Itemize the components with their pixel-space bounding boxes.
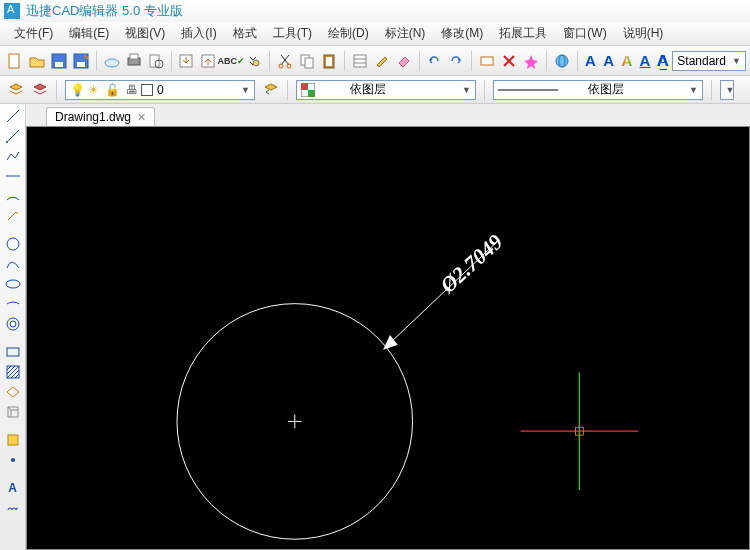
purge-button[interactable] bbox=[500, 51, 518, 71]
workspace: A Drawing1.dwg ✕ bbox=[0, 104, 750, 550]
svg-rect-27 bbox=[308, 90, 315, 97]
textstyle-a2-button[interactable]: A bbox=[602, 51, 616, 71]
arc-tool[interactable] bbox=[4, 187, 22, 205]
polyline-tool[interactable] bbox=[4, 147, 22, 165]
print-button[interactable] bbox=[125, 51, 143, 71]
menu-tools[interactable]: 工具(T) bbox=[265, 23, 320, 44]
drawing-canvas[interactable]: Ø2.7049 bbox=[26, 126, 750, 550]
cloud-button[interactable] bbox=[103, 51, 121, 71]
save-button[interactable] bbox=[50, 51, 68, 71]
separator bbox=[484, 80, 485, 100]
text-style-combo[interactable]: Standard ▼ bbox=[672, 51, 746, 71]
menu-file[interactable]: 文件(F) bbox=[6, 23, 61, 44]
chevron-down-icon: ▼ bbox=[726, 56, 741, 66]
redo-button[interactable] bbox=[447, 51, 465, 71]
block-tool[interactable] bbox=[4, 431, 22, 449]
hatch-tool[interactable] bbox=[4, 363, 22, 381]
text-style-value: Standard bbox=[677, 54, 726, 68]
svg-rect-19 bbox=[354, 55, 366, 67]
svg-rect-18 bbox=[326, 57, 332, 66]
svg-point-23 bbox=[556, 55, 568, 67]
separator bbox=[471, 51, 472, 71]
menu-expand[interactable]: 拓展工具 bbox=[491, 23, 555, 44]
donut-tool[interactable] bbox=[4, 315, 22, 333]
svg-point-12 bbox=[253, 60, 259, 66]
freehand-tool[interactable] bbox=[4, 207, 22, 225]
menu-window[interactable]: 窗口(W) bbox=[555, 23, 614, 44]
menu-help[interactable]: 说明(H) bbox=[615, 23, 672, 44]
menu-draw[interactable]: 绘制(D) bbox=[320, 23, 377, 44]
erase-button[interactable] bbox=[395, 51, 413, 71]
close-icon[interactable]: ✕ bbox=[137, 111, 146, 124]
export-button[interactable] bbox=[177, 51, 195, 71]
ray-tool[interactable] bbox=[4, 127, 22, 145]
menu-edit[interactable]: 编辑(E) bbox=[61, 23, 117, 44]
point-tool[interactable] bbox=[4, 451, 22, 469]
linetype-bylayer-combo[interactable]: 依图层 ▼ bbox=[493, 80, 703, 100]
layer-color-swatch bbox=[141, 84, 153, 96]
brush-button[interactable] bbox=[373, 51, 391, 71]
saveas-button[interactable] bbox=[72, 51, 90, 71]
layer-prev-button[interactable] bbox=[261, 80, 281, 100]
svg-rect-7 bbox=[130, 54, 138, 59]
globe-button[interactable] bbox=[553, 51, 571, 71]
lineweight-combo[interactable]: ▼ bbox=[720, 80, 734, 100]
undo-button[interactable] bbox=[425, 51, 443, 71]
rectangle-tool[interactable] bbox=[4, 343, 22, 361]
svg-rect-37 bbox=[7, 348, 19, 356]
cut-button[interactable] bbox=[276, 51, 294, 71]
textstyle-a5-button[interactable]: A̲ bbox=[656, 51, 670, 71]
chevron-down-icon: ▼ bbox=[235, 85, 250, 95]
line-tool[interactable] bbox=[4, 107, 22, 125]
ellipse-arc-tool[interactable] bbox=[4, 295, 22, 313]
region-tool[interactable] bbox=[4, 383, 22, 401]
print-icon: 🖶 bbox=[126, 83, 138, 97]
menu-format[interactable]: 格式 bbox=[225, 23, 265, 44]
separator bbox=[4, 335, 22, 341]
svg-point-36 bbox=[10, 321, 16, 327]
chevron-down-icon: ▼ bbox=[456, 85, 471, 95]
circle-tool[interactable] bbox=[4, 235, 22, 253]
line-sample-icon bbox=[498, 87, 558, 93]
menu-modify[interactable]: 修改(M) bbox=[433, 23, 491, 44]
highlight-button[interactable] bbox=[522, 51, 540, 71]
svg-point-33 bbox=[7, 238, 19, 250]
xline-tool[interactable] bbox=[4, 167, 22, 185]
menu-view[interactable]: 视图(V) bbox=[117, 23, 173, 44]
preview-button[interactable] bbox=[147, 51, 165, 71]
textstyle-a4-button[interactable]: A bbox=[638, 51, 652, 71]
textstyle-a3-button[interactable]: A bbox=[620, 51, 634, 71]
textstyle-a1-button[interactable]: A bbox=[583, 51, 597, 71]
menu-insert[interactable]: 插入(I) bbox=[173, 23, 224, 44]
crosshair-cursor bbox=[520, 372, 638, 490]
spellcheck-button[interactable]: ABC✓ bbox=[221, 51, 241, 71]
layer-manager-button[interactable] bbox=[6, 80, 26, 100]
svg-point-35 bbox=[7, 318, 19, 330]
diameter-dimension[interactable]: Ø2.7049 bbox=[383, 230, 508, 350]
svg-rect-22 bbox=[481, 57, 493, 65]
open-button[interactable] bbox=[28, 51, 46, 71]
separator bbox=[96, 51, 97, 71]
ellipse-tool[interactable] bbox=[4, 275, 22, 293]
layer-manager2-button[interactable] bbox=[30, 80, 50, 100]
svg-point-34 bbox=[6, 280, 20, 288]
color-bylayer-combo[interactable]: 依图层 ▼ bbox=[296, 80, 476, 100]
menu-dim[interactable]: 标注(N) bbox=[377, 23, 434, 44]
revcloud-tool[interactable] bbox=[4, 499, 22, 517]
title-bar: 迅捷CAD编辑器 5.0 专业版 bbox=[0, 0, 750, 22]
properties-button[interactable] bbox=[351, 51, 369, 71]
paste-button[interactable] bbox=[320, 51, 338, 71]
document-tab[interactable]: Drawing1.dwg ✕ bbox=[46, 107, 155, 126]
separator bbox=[344, 51, 345, 71]
chevron-down-icon: ▼ bbox=[683, 85, 698, 95]
spline-tool[interactable] bbox=[4, 255, 22, 273]
import-button[interactable] bbox=[199, 51, 217, 71]
regen-button[interactable] bbox=[478, 51, 496, 71]
new-button[interactable] bbox=[6, 51, 24, 71]
face-tool[interactable] bbox=[4, 403, 22, 421]
svg-point-5 bbox=[105, 59, 119, 67]
layer-combo[interactable]: 💡 ☀ 🔓 🖶 0 ▼ bbox=[65, 80, 255, 100]
copy-button[interactable] bbox=[298, 51, 316, 71]
find-button[interactable] bbox=[245, 51, 263, 71]
mtext-tool[interactable]: A bbox=[4, 479, 22, 497]
